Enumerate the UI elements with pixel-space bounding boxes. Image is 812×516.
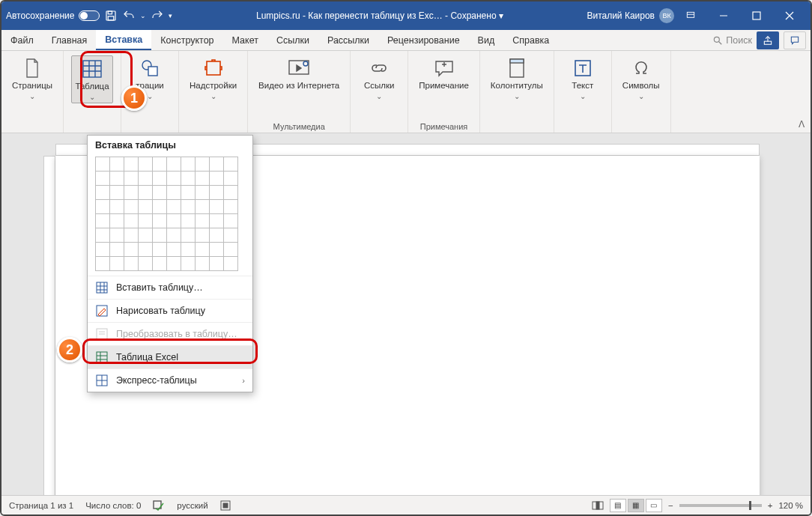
tab-review[interactable]: Рецензирование <box>378 30 469 50</box>
callout-badge-1: 1 <box>121 85 147 111</box>
zoom-level[interactable]: 120 % <box>778 501 803 510</box>
autosave-label: Автосохранение <box>6 10 74 21</box>
symbols-button[interactable]: Символы <box>619 55 663 102</box>
view-mode-buttons: ▤ ▦ ▭ <box>610 499 662 512</box>
callout-badge-2: 2 <box>57 337 82 362</box>
tab-file[interactable]: Файл <box>1 30 43 50</box>
svg-rect-24 <box>510 59 524 63</box>
undo-icon[interactable] <box>122 9 136 22</box>
spellcheck-icon[interactable] <box>153 500 165 511</box>
search-label: Поиск <box>726 35 752 46</box>
menu-excel-table[interactable]: Таблица Excel <box>88 345 252 368</box>
user-name: Виталий Каиров <box>587 10 655 21</box>
svg-rect-3 <box>687 12 694 17</box>
svg-rect-46 <box>596 502 599 509</box>
document-title: Lumpics.ru - Как перенести таблицу из Ex… <box>172 10 587 21</box>
user-info[interactable]: Виталий Каиров ВК <box>587 8 674 23</box>
menu-convert-text: Преобразовать в таблицу… <box>88 322 252 345</box>
group-pages: Страницы <box>1 51 64 133</box>
menu-draw-table[interactable]: Нарисовать таблицу <box>88 299 252 322</box>
share-button[interactable] <box>757 31 779 49</box>
search-icon <box>712 35 723 46</box>
group-addins: Надстройки <box>179 51 248 133</box>
tab-help[interactable]: Справка <box>503 30 558 50</box>
excel-table-icon <box>95 350 109 364</box>
redo-icon[interactable] <box>151 9 164 22</box>
video-icon <box>288 57 310 79</box>
group-media: Видео из Интернета Мультимедиа <box>248 51 351 133</box>
svg-rect-11 <box>83 61 101 77</box>
pages-button[interactable]: Страницы <box>9 55 55 102</box>
tab-design[interactable]: Конструктор <box>151 30 222 50</box>
zoom-in-button[interactable]: + <box>768 501 773 510</box>
tab-view[interactable]: Вид <box>469 30 504 50</box>
table-size-grid[interactable] <box>88 154 252 276</box>
tab-mailings[interactable]: Рассылки <box>318 30 378 50</box>
autosave: Автосохранение <box>6 10 100 21</box>
comment-icon <box>433 57 455 79</box>
comments-button[interactable] <box>784 31 806 49</box>
page-icon <box>21 57 43 79</box>
table-button[interactable]: Таблица <box>71 55 113 103</box>
close-button[interactable] <box>773 1 806 30</box>
group-text: Текст <box>554 51 612 133</box>
links-button[interactable]: Ссылки <box>358 55 400 102</box>
tab-insert[interactable]: Вставка <box>96 30 151 50</box>
ribbon-tabs: Файл Главная Вставка Конструктор Макет С… <box>1 30 811 51</box>
addins-icon <box>202 57 225 79</box>
addins-button[interactable]: Надстройки <box>187 55 240 102</box>
shapes-icon <box>139 57 161 79</box>
tab-home[interactable]: Главная <box>43 30 97 50</box>
statusbar: Страница 1 из 1 Число слов: 0 русский ▤ … <box>1 495 811 515</box>
online-video-button[interactable]: Видео из Интернета <box>255 55 342 92</box>
save-icon[interactable] <box>104 9 118 22</box>
svg-rect-18 <box>207 61 220 75</box>
autosave-toggle[interactable] <box>79 10 100 21</box>
svg-rect-1 <box>109 11 112 14</box>
link-icon <box>368 57 390 79</box>
menu-insert-table[interactable]: Вставить таблицу… <box>88 276 252 299</box>
text-button[interactable]: Текст <box>562 55 604 102</box>
comment-button[interactable]: Примечание <box>416 55 472 92</box>
headerfooter-icon <box>506 57 528 79</box>
svg-rect-35 <box>97 352 107 362</box>
print-layout-button[interactable]: ▦ <box>628 499 644 512</box>
dropdown-title: Вставка таблицы <box>88 136 252 154</box>
menu-quick-tables[interactable]: Экспресс-таблицы › <box>88 368 252 392</box>
svg-rect-10 <box>764 41 771 44</box>
undo-chevron-icon[interactable]: ⌄ <box>140 12 146 19</box>
ribbon-options-button[interactable] <box>674 1 707 30</box>
status-page[interactable]: Страница 1 из 1 <box>9 501 73 510</box>
convert-icon <box>95 327 109 341</box>
table-icon <box>81 58 103 80</box>
macro-icon[interactable] <box>220 500 231 511</box>
status-words[interactable]: Число слов: 0 <box>85 501 141 510</box>
status-language[interactable]: русский <box>177 501 207 510</box>
focus-mode-icon[interactable] <box>592 501 604 510</box>
collapse-ribbon-icon[interactable]: ᐱ <box>799 119 805 130</box>
tab-layout[interactable]: Макет <box>223 30 267 50</box>
table-dropdown: Вставка таблицы Вставить таблицу… Нарисо… <box>87 135 253 392</box>
read-mode-button[interactable]: ▤ <box>610 499 626 512</box>
table-grid-icon <box>95 281 109 294</box>
group-headerfooter: Колонтитулы <box>480 51 554 133</box>
zoom-slider[interactable] <box>679 504 762 507</box>
minimize-button[interactable] <box>707 1 740 30</box>
svg-rect-2 <box>109 16 115 20</box>
omega-icon <box>630 57 652 79</box>
maximize-button[interactable] <box>740 1 773 30</box>
quick-tables-icon <box>95 374 109 387</box>
zoom-out-button[interactable]: − <box>668 501 673 510</box>
svg-line-9 <box>719 41 722 44</box>
headerfooter-button[interactable]: Колонтитулы <box>488 55 546 102</box>
tab-references[interactable]: Ссылки <box>267 30 318 50</box>
svg-point-20 <box>303 61 308 66</box>
svg-rect-44 <box>223 503 228 508</box>
search-box[interactable]: Поиск <box>712 35 752 46</box>
web-layout-button[interactable]: ▭ <box>646 499 662 512</box>
svg-rect-5 <box>753 12 760 19</box>
group-links: Ссылки <box>351 51 408 133</box>
group-comments: Примечание Примечания <box>408 51 480 133</box>
vertical-ruler[interactable] <box>43 156 55 495</box>
titlebar: Автосохранение ⌄ ▾ Lumpics.ru - Как пере… <box>1 1 811 30</box>
